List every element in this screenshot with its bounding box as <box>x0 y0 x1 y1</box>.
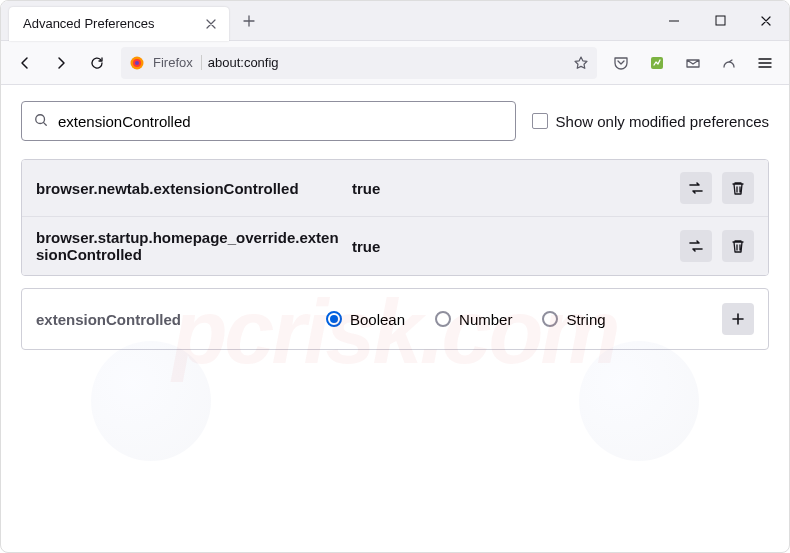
radio-icon <box>435 311 451 327</box>
close-tab-icon[interactable] <box>203 16 219 32</box>
radio-label: Number <box>459 311 512 328</box>
maximize-button[interactable] <box>697 1 743 41</box>
new-tab-button[interactable] <box>235 7 263 35</box>
mail-icon[interactable] <box>677 47 709 79</box>
search-box[interactable] <box>21 101 516 141</box>
pref-name: browser.startup.homepage_override.extens… <box>36 229 344 263</box>
about-config-content: Show only modified preferences browser.n… <box>1 85 789 366</box>
bookmark-star-icon[interactable] <box>573 55 589 71</box>
radio-icon <box>326 311 342 327</box>
menu-button[interactable] <box>749 47 781 79</box>
identity-label: Firefox <box>153 55 193 70</box>
delete-button[interactable] <box>722 230 754 262</box>
url-bar[interactable]: Firefox about:config <box>121 47 597 79</box>
checkbox-text: Show only modified preferences <box>556 113 769 130</box>
browser-window: Advanced Preferences <box>0 0 790 553</box>
extension-icon[interactable] <box>641 47 673 79</box>
radio-string[interactable]: String <box>542 311 605 328</box>
titlebar: Advanced Preferences <box>1 1 789 41</box>
search-input[interactable] <box>58 113 503 130</box>
radio-icon <box>542 311 558 327</box>
show-modified-checkbox[interactable]: Show only modified preferences <box>532 113 769 130</box>
window-controls <box>651 1 789 41</box>
pref-name: browser.newtab.extensionControlled <box>36 180 344 197</box>
checkbox-icon <box>532 113 548 129</box>
new-pref-name: extensionControlled <box>36 311 326 328</box>
preference-list: browser.newtab.extensionControlled true … <box>21 159 769 276</box>
minimize-button[interactable] <box>651 1 697 41</box>
url-text: about:config <box>201 55 565 70</box>
nav-toolbar: Firefox about:config <box>1 41 789 85</box>
add-button[interactable] <box>722 303 754 335</box>
toggle-button[interactable] <box>680 172 712 204</box>
back-button[interactable] <box>9 47 41 79</box>
preference-row[interactable]: browser.newtab.extensionControlled true <box>22 160 768 217</box>
forward-button[interactable] <box>45 47 77 79</box>
type-radio-group: Boolean Number String <box>326 311 722 328</box>
radio-boolean[interactable]: Boolean <box>326 311 405 328</box>
toggle-button[interactable] <box>680 230 712 262</box>
delete-button[interactable] <box>722 172 754 204</box>
tab-title: Advanced Preferences <box>23 16 203 31</box>
radio-label: Boolean <box>350 311 405 328</box>
pref-value: true <box>344 238 680 255</box>
add-preference-row: extensionControlled Boolean Number Strin… <box>21 288 769 350</box>
firefox-icon <box>129 55 145 71</box>
radio-label: String <box>566 311 605 328</box>
preference-row[interactable]: browser.startup.homepage_override.extens… <box>22 217 768 275</box>
svg-rect-0 <box>716 16 725 25</box>
reload-button[interactable] <box>81 47 113 79</box>
dashboard-icon[interactable] <box>713 47 745 79</box>
search-icon <box>34 113 50 129</box>
browser-tab[interactable]: Advanced Preferences <box>9 7 229 41</box>
close-window-button[interactable] <box>743 1 789 41</box>
pref-value: true <box>344 180 680 197</box>
radio-number[interactable]: Number <box>435 311 512 328</box>
pocket-icon[interactable] <box>605 47 637 79</box>
svg-point-3 <box>135 61 139 65</box>
